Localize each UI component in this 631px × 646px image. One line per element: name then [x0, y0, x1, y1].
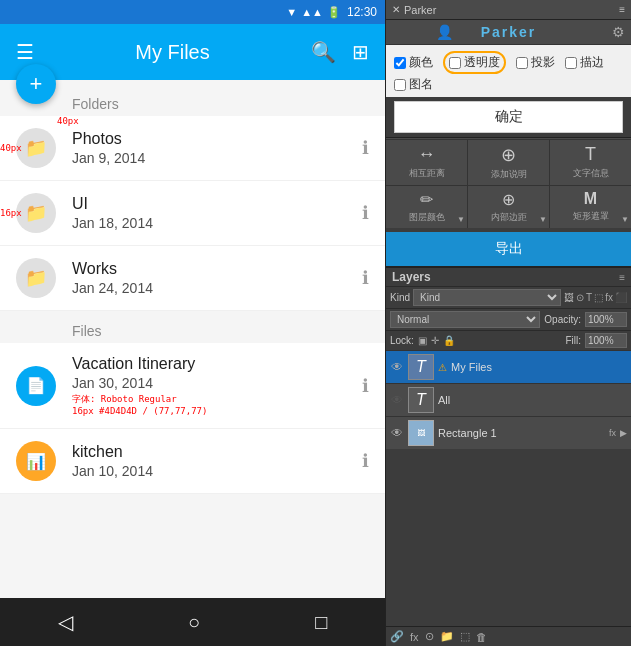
menu-icon[interactable]: ☰	[16, 40, 34, 64]
add-icon: +	[30, 71, 43, 97]
kind-filter-icon[interactable]: ⬛	[615, 292, 627, 303]
layers-title: Layers	[392, 270, 619, 284]
visibility-icon-all[interactable]: 👁	[390, 393, 404, 407]
opacity-input[interactable]	[585, 312, 627, 327]
lock-pixels-icon[interactable]: ▣	[418, 335, 427, 346]
layer-item-all[interactable]: 👁 T All	[386, 383, 631, 416]
tool-add-note[interactable]: ⊕ 添加说明	[468, 140, 550, 185]
folder-symbol: 📁	[25, 267, 47, 289]
list-item[interactable]: 📊 kitchen Jan 10, 2014 ℹ	[0, 429, 385, 494]
list-item[interactable]: 16px 📁 UI Jan 18, 2014 ℹ	[0, 181, 385, 246]
content-area: Folders 40px 40px 📁 Photos Jan 9, 2014 ℹ…	[0, 80, 385, 598]
confirm-button[interactable]: 确定	[394, 101, 623, 133]
layer-thumb-rect1: 🖼	[408, 420, 434, 446]
kind-label: Kind	[390, 292, 410, 303]
checkbox-stroke-label: 描边	[580, 54, 604, 71]
info-icon-works[interactable]: ℹ	[362, 267, 369, 289]
export-button[interactable]: 导出	[386, 232, 631, 266]
checkbox-shadow[interactable]: 投影	[516, 51, 555, 74]
tool-layer-color[interactable]: ✏ 图层颜色 ▼	[386, 186, 468, 228]
tool-distance[interactable]: ↔ 相互距离	[386, 140, 468, 185]
status-bar: ▼ ▲▲ 🔋 12:30	[0, 0, 385, 24]
user-icon[interactable]: 👤	[436, 24, 453, 40]
inner-padding-icon: ⊕	[502, 190, 515, 209]
kitchen-date: Jan 10, 2014	[72, 463, 346, 479]
doc-icon-vacation: 📄	[16, 366, 56, 406]
kind-select[interactable]: Kind	[413, 289, 561, 306]
sheet-icon-kitchen: 📊	[16, 441, 56, 481]
blend-mode-select[interactable]: Normal	[390, 311, 540, 328]
visibility-icon-rect1[interactable]: 👁	[390, 426, 404, 440]
layer-color-label: 图层颜色	[409, 211, 445, 224]
thumb-img: 🖼	[417, 429, 425, 438]
font-annotation: 字体: Roboto Regular16px #4D4D4D / (77,77,…	[72, 393, 346, 416]
add-note-label: 添加说明	[491, 168, 527, 181]
app-bar: ☰ My Files 🔍 ⊞	[0, 24, 385, 80]
link-icon[interactable]: 🔗	[390, 630, 404, 643]
layers-menu-icon[interactable]: ≡	[619, 272, 625, 283]
kind-image-icon[interactable]: 🖼	[564, 292, 574, 303]
lock-label: Lock:	[390, 335, 414, 346]
list-item[interactable]: 📁 Works Jan 24, 2014 ℹ	[0, 246, 385, 311]
grid-icon[interactable]: ⊞	[352, 40, 369, 64]
kind-adjust-icon[interactable]: ⊙	[576, 292, 584, 303]
tool-text-info[interactable]: T 文字信息	[550, 140, 631, 185]
photos-date: Jan 9, 2014	[72, 150, 346, 166]
dim-annotation-40px-h: 40px	[0, 143, 22, 153]
parker-header: 👤 Parker ⚙	[386, 20, 631, 45]
home-button[interactable]: ○	[188, 611, 200, 634]
kind-text-icon[interactable]: T	[586, 292, 592, 303]
close-btn[interactable]: ✕	[392, 4, 400, 15]
dim-annotation-40px-v: 40px	[57, 116, 79, 126]
info-icon-ui[interactable]: ℹ	[362, 202, 369, 224]
checkbox-transparency[interactable]: 透明度	[443, 51, 506, 74]
layer-item-myfiles[interactable]: 👁 T ⚠ My Files	[386, 350, 631, 383]
status-icons: ▼ ▲▲ 🔋	[286, 6, 341, 19]
chevron-down-icon: ▼	[457, 215, 465, 224]
ps-panel-menu[interactable]: ≡	[619, 4, 625, 15]
layer-item-rectangle1[interactable]: 👁 🖼 Rectangle 1 fx ▶	[386, 416, 631, 449]
list-item[interactable]: 📄 Vacation Itinerary Jan 30, 2014 字体: Ro…	[0, 343, 385, 429]
kind-smart-icon[interactable]: fx	[605, 292, 613, 303]
back-button[interactable]: ◁	[58, 610, 73, 634]
info-icon-vacation[interactable]: ℹ	[362, 375, 369, 397]
rect-mask-icon: M	[584, 190, 597, 208]
visibility-icon-myfiles[interactable]: 👁	[390, 360, 404, 374]
delete-layer-icon[interactable]: 🗑	[476, 631, 487, 643]
fab-button[interactable]: +	[16, 64, 56, 104]
folder-symbol: 📁	[25, 137, 47, 159]
lock-position-icon[interactable]: ✛	[431, 335, 439, 346]
settings-icon[interactable]: ⚙	[612, 24, 625, 40]
folder-icon-works: 📁	[16, 258, 56, 298]
ps-panel-tab[interactable]: Parker	[404, 4, 436, 16]
tool-rect-mask[interactable]: M 矩形遮罩 ▼	[550, 186, 631, 228]
parker-checkboxes: 颜色 透明度 投影 描边 图名	[386, 45, 631, 97]
fill-input[interactable]	[585, 333, 627, 348]
checkbox-stroke[interactable]: 描边	[565, 51, 604, 74]
mask-icon[interactable]: ⊙	[425, 630, 434, 643]
inner-padding-label: 内部边距	[491, 211, 527, 224]
checkbox-name[interactable]: 图名	[394, 76, 433, 93]
search-icon[interactable]: 🔍	[311, 40, 336, 64]
works-item-text: Works Jan 24, 2014	[72, 260, 346, 296]
fx-arrow-icon[interactable]: ▶	[620, 428, 627, 438]
recent-button[interactable]: □	[315, 611, 327, 634]
checkbox-name-label: 图名	[409, 76, 433, 93]
info-icon-kitchen[interactable]: ℹ	[362, 450, 369, 472]
kind-shape-icon[interactable]: ⬚	[594, 292, 603, 303]
status-time: 12:30	[347, 5, 377, 19]
folder-icon-photos: 📁	[16, 128, 56, 168]
doc-symbol: 📄	[26, 376, 46, 395]
fx-bottom-icon[interactable]: fx	[410, 631, 419, 643]
lock-all-icon[interactable]: 🔒	[443, 335, 455, 346]
warning-icon-myfiles: ⚠	[438, 362, 447, 373]
checkbox-color[interactable]: 颜色	[394, 51, 433, 74]
new-layer-icon[interactable]: ⬚	[460, 630, 470, 643]
ps-title-bar: ✕ Parker ≡	[386, 0, 631, 20]
info-icon-photos[interactable]: ℹ	[362, 137, 369, 159]
tool-inner-padding[interactable]: ⊕ 内部边距 ▼	[468, 186, 550, 228]
parker-title: Parker	[481, 24, 537, 40]
fx-label[interactable]: fx	[609, 428, 616, 438]
group-icon[interactable]: 📁	[440, 630, 454, 643]
list-item[interactable]: 40px 40px 📁 Photos Jan 9, 2014 ℹ	[0, 116, 385, 181]
